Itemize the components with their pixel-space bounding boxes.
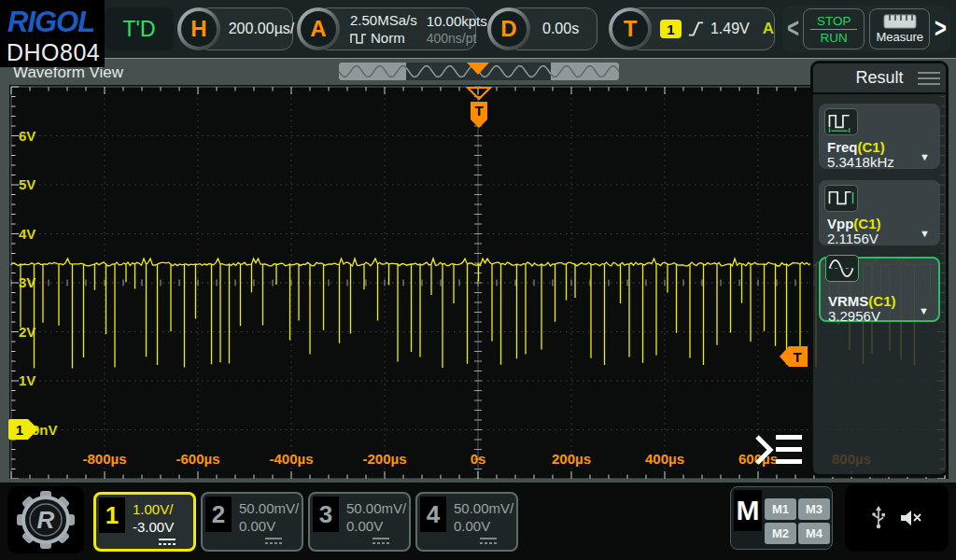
stop-run-divider <box>810 29 857 30</box>
measurement-value: 3.2956V <box>828 308 880 324</box>
math-panel[interactable]: M M1M3M2M4 <box>730 486 833 550</box>
acquire-mode-icon <box>350 32 367 44</box>
vpp-icon <box>824 185 858 212</box>
trigger-position-flag[interactable]: T <box>466 86 492 130</box>
acquire-field[interactable]: 2.50MSa/s Norm 10.00kpts 400ns/pt <box>317 7 476 50</box>
channel-scale: 50.00mV/ <box>346 500 406 516</box>
math-label: M <box>734 490 762 531</box>
channel-offset: 0.00V <box>454 518 490 534</box>
sample-rate: 2.50MSa/s <box>350 12 417 28</box>
result-panel-header[interactable]: Result <box>813 63 946 94</box>
result-panel: Result Freq(C1)5.3418kHz▼Vpp(C1)2.1156V▼… <box>810 61 949 477</box>
status-icons-panel[interactable] <box>845 484 949 552</box>
model-label: DHO804 <box>7 39 100 66</box>
vrms-icon <box>825 255 859 282</box>
expand-caret-icon[interactable]: ▼ <box>919 305 929 316</box>
trigger-level: 1.49V <box>710 21 750 37</box>
trigger-status-badge[interactable]: T'D <box>105 7 174 50</box>
trigger-slope-icon <box>687 19 705 39</box>
svg-text:R: R <box>37 506 55 534</box>
svg-text:T: T <box>793 349 801 365</box>
rigol-gear-logo[interactable]: R <box>7 486 84 553</box>
measurement-value: 2.1156V <box>827 231 879 246</box>
channel-scale: 50.00mV/ <box>239 500 299 516</box>
time-label: -800µs <box>82 451 126 467</box>
trigger-level-flag[interactable]: T <box>779 343 808 371</box>
rigol-logo: RIGOL <box>7 6 94 39</box>
time-label: -400µs <box>269 451 313 467</box>
time-label: 0s <box>471 451 486 467</box>
measurement-card-vpp[interactable]: Vpp(C1)2.1156V▼ <box>819 180 940 245</box>
oscilloscope-screen: RIGOL DHO804 T'D H 200.00µs/ A 2.50MSa/s… <box>0 0 956 560</box>
time-label: -600µs <box>176 451 219 467</box>
speaker-muted-icon <box>899 509 923 527</box>
waveform-window: Waveform View 6V5V4V3V2V1V0nV-800µs-600µ… <box>0 58 956 483</box>
delay-knob[interactable]: D <box>487 7 530 50</box>
svg-text:T: T <box>474 103 483 119</box>
math-button-m2[interactable]: M2 <box>765 523 796 544</box>
measurement-value: 5.3418kHz <box>827 154 894 170</box>
channel-number: 3 <box>313 497 339 532</box>
measurement-card-freq[interactable]: Freq(C1)5.3418kHz▼ <box>819 104 940 169</box>
coupling-icon <box>154 539 180 545</box>
measurement-name: Freq(C1) <box>827 139 885 155</box>
overview-trigger-marker[interactable] <box>467 63 489 75</box>
math-button-m1[interactable]: M1 <box>765 498 796 520</box>
channel-card-3[interactable]: 350.00mV/0.00V <box>308 492 411 552</box>
acquire-mode: Norm <box>371 30 405 46</box>
next-page-chevron[interactable]: > <box>935 12 946 45</box>
graticule-svg: 6V5V4V3V2V1V0nV-800µs-600µs-400µs-200µs0… <box>9 85 949 479</box>
time-label: -200µs <box>362 451 406 467</box>
channel-offset: 0.00V <box>346 518 383 534</box>
horizontal-scale-value: 200.00µs/ <box>229 21 295 37</box>
channel-number: 2 <box>205 497 232 532</box>
coupling-icon <box>368 538 394 544</box>
measure-button[interactable]: Measure <box>869 8 930 49</box>
memory-depth: 10.00kpts <box>427 13 487 29</box>
coupling-icon <box>260 538 287 544</box>
math-button-m4[interactable]: M4 <box>798 523 830 544</box>
time-label: 400µs <box>645 451 684 467</box>
result-menu-icon[interactable] <box>918 72 940 89</box>
channel-offset: -3.00V <box>133 519 174 535</box>
horizontal-knob[interactable]: H <box>177 7 220 50</box>
volt-label: 5V <box>19 176 35 192</box>
brand-block: RIGOL DHO804 <box>0 0 105 67</box>
trigger-source-badge: 1 <box>660 20 682 38</box>
volt-label: 2V <box>19 324 35 340</box>
volt-label: 6V <box>19 128 35 144</box>
trigger-sweep-mode: A <box>763 20 774 38</box>
volt-label: 4V <box>19 226 35 242</box>
measurement-list: Freq(C1)5.3418kHz▼Vpp(C1)2.1156V▼VRMS(C1… <box>813 94 946 331</box>
stop-run-button[interactable]: STOP RUN <box>803 8 865 49</box>
channel-card-2[interactable]: 250.00mV/0.00V <box>201 492 303 552</box>
trigger-knob[interactable]: T <box>609 7 652 50</box>
top-bar: RIGOL DHO804 T'D H 200.00µs/ A 2.50MSa/s… <box>0 0 956 58</box>
channel-scale: 1.00V/ <box>133 501 173 517</box>
math-button-m3[interactable]: M3 <box>798 498 830 520</box>
graticule-area: 6V5V4V3V2V1V0nV-800µs-600µs-400µs-200µs0… <box>9 85 949 479</box>
freq-icon <box>824 108 858 135</box>
prev-page-chevron[interactable]: < <box>787 12 798 45</box>
quick-controls-group: < STOP RUN Measure > <box>782 6 950 52</box>
coupling-icon <box>475 538 501 544</box>
channel-number: 1 <box>99 497 125 533</box>
channel-card-1[interactable]: 11.00V/-3.00V <box>93 492 196 552</box>
measurement-name: Vpp(C1) <box>827 216 881 231</box>
channel-offset: 0.00V <box>239 518 275 534</box>
acquire-knob[interactable]: A <box>297 7 340 50</box>
channel-number: 4 <box>420 497 446 532</box>
measurement-card-vrms[interactable]: VRMS(C1)3.2956V▼ <box>819 257 940 322</box>
expand-caret-icon[interactable]: ▼ <box>920 228 930 239</box>
channel1-ground-marker[interactable]: 1 <box>7 418 39 441</box>
delay-value: 0.00s <box>542 21 579 37</box>
ruler-icon <box>883 14 917 29</box>
channel-card-4[interactable]: 450.00mV/0.00V <box>415 492 518 552</box>
channel-scale: 50.00mV/ <box>454 500 513 516</box>
gear-icon: R <box>15 489 77 551</box>
grid-menu-icon[interactable] <box>752 430 805 469</box>
expand-caret-icon[interactable]: ▼ <box>920 151 930 162</box>
volt-label: 1V <box>19 372 35 388</box>
volt-label: 3V <box>19 274 35 290</box>
measurement-name: VRMS(C1) <box>828 293 896 309</box>
